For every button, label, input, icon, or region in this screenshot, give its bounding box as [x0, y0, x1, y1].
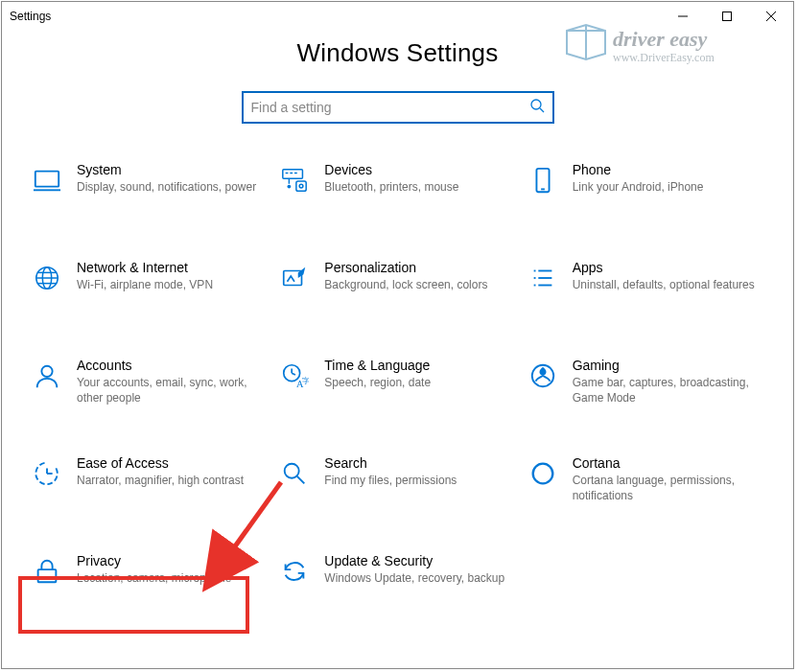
time-language-icon: A字 — [278, 359, 311, 392]
network-icon — [31, 262, 63, 294]
tile-desc: Wi-Fi, airplane mode, VPN — [77, 277, 213, 292]
close-button[interactable] — [749, 2, 793, 31]
tile-desc: Bluetooth, printers, mouse — [324, 179, 458, 195]
phone-icon — [527, 164, 559, 197]
tile-privacy[interactable]: Privacy Location, camera, microphone — [31, 553, 269, 609]
maximize-button[interactable] — [705, 2, 749, 31]
tile-title: Devices — [324, 162, 458, 177]
tile-title: Apps — [573, 260, 755, 275]
apps-icon — [527, 262, 559, 294]
personalization-icon — [278, 262, 311, 294]
ease-of-access-icon — [31, 457, 63, 490]
privacy-icon — [31, 555, 63, 588]
tile-apps[interactable]: Apps Uninstall, defaults, optional featu… — [527, 260, 764, 315]
settings-window: Settings Windows Settings — [1, 1, 794, 669]
tile-desc: Windows Update, recovery, backup — [324, 570, 504, 586]
tile-title: Gaming — [573, 358, 757, 373]
tile-devices[interactable]: Devices Bluetooth, printers, mouse — [278, 162, 516, 218]
svg-rect-12 — [296, 181, 306, 191]
svg-line-40 — [297, 476, 305, 484]
tile-ease-of-access[interactable]: Ease of Access Narrator, magnifier, high… — [31, 455, 269, 511]
tile-desc: Location, camera, microphone — [77, 570, 231, 586]
titlebar: Settings — [2, 2, 793, 31]
tile-phone[interactable]: Phone Link your Android, iPhone — [527, 162, 764, 218]
svg-rect-1 — [723, 12, 732, 21]
search-input[interactable] — [251, 100, 529, 115]
svg-rect-8 — [283, 170, 303, 178]
search-category-icon — [278, 457, 311, 490]
accounts-icon — [31, 359, 63, 392]
tile-title: Cortana — [573, 455, 757, 471]
search-icon — [529, 98, 545, 117]
tile-title: Network & Internet — [77, 260, 213, 275]
svg-text:字: 字 — [302, 377, 310, 385]
devices-icon — [278, 164, 311, 197]
tile-title: Time & Language — [324, 358, 431, 373]
tile-desc: Display, sound, notifications, power — [77, 179, 256, 195]
tile-personalization[interactable]: Personalization Background, lock screen,… — [278, 260, 516, 315]
tile-title: Update & Security — [324, 553, 504, 568]
tile-desc: Background, lock screen, colors — [324, 277, 487, 292]
tile-network[interactable]: Network & Internet Wi-Fi, airplane mode,… — [31, 260, 269, 315]
search-box[interactable] — [242, 91, 554, 124]
minimize-button[interactable] — [661, 2, 705, 31]
svg-point-30 — [41, 366, 52, 377]
svg-line-33 — [293, 373, 296, 375]
tile-desc: Narrator, magnifier, high contrast — [77, 473, 244, 488]
svg-point-39 — [285, 464, 299, 478]
tile-accounts[interactable]: Accounts Your accounts, email, sync, wor… — [31, 358, 269, 413]
system-icon — [31, 164, 63, 197]
tile-desc: Game bar, captures, broadcasting, Game M… — [573, 375, 757, 406]
tile-title: Search — [324, 455, 457, 471]
tile-title: Privacy — [77, 553, 231, 568]
tile-gaming[interactable]: Gaming Game bar, captures, broadcasting,… — [527, 358, 764, 413]
svg-point-13 — [299, 184, 303, 188]
page-title: Windows Settings — [2, 38, 793, 68]
window-controls — [661, 2, 793, 31]
tile-desc: Speech, region, date — [324, 375, 431, 390]
tile-time-language[interactable]: A字 Time & Language Speech, region, date — [278, 358, 516, 413]
tile-search[interactable]: Search Find my files, permissions — [278, 455, 516, 511]
tile-system[interactable]: System Display, sound, notifications, po… — [31, 162, 269, 218]
tile-desc: Link your Android, iPhone — [573, 179, 704, 195]
svg-rect-42 — [38, 569, 57, 582]
svg-rect-6 — [35, 172, 59, 187]
tile-update-security[interactable]: Update & Security Windows Update, recove… — [278, 553, 516, 609]
settings-grid: System Display, sound, notifications, po… — [2, 162, 793, 637]
tile-desc: Uninstall, defaults, optional features — [573, 277, 755, 292]
tile-cortana[interactable]: Cortana Cortana language, permissions, n… — [527, 455, 764, 511]
tile-title: Personalization — [324, 260, 487, 275]
svg-point-14 — [288, 185, 292, 189]
tile-desc: Cortana language, permissions, notificat… — [573, 473, 757, 503]
svg-point-41 — [532, 464, 552, 484]
svg-line-5 — [540, 108, 544, 112]
tile-desc: Find my files, permissions — [324, 473, 457, 488]
tile-desc: Your accounts, email, sync, work, other … — [77, 375, 261, 406]
tile-title: Ease of Access — [77, 455, 244, 471]
svg-point-4 — [531, 100, 541, 109]
tile-title: System — [77, 162, 256, 177]
search-container — [2, 91, 793, 124]
update-security-icon — [278, 555, 311, 588]
cortana-icon — [527, 457, 559, 490]
tile-title: Phone — [573, 162, 704, 177]
gaming-icon — [527, 359, 559, 392]
window-title: Settings — [10, 10, 51, 23]
tile-title: Accounts — [77, 358, 261, 373]
